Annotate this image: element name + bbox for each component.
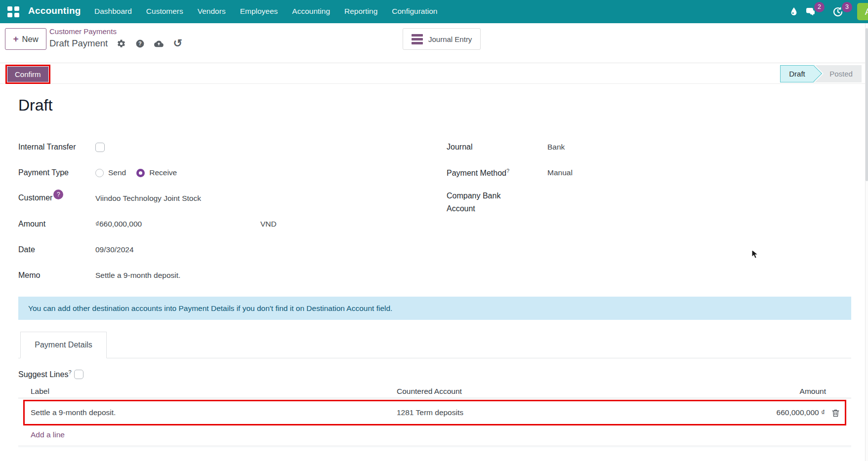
field-suggest-lines: Suggest Lines? bbox=[18, 369, 851, 379]
internal-transfer-checkbox[interactable] bbox=[95, 143, 105, 152]
form-right-column: Journal Bank Payment Method? Manual Comp… bbox=[447, 134, 851, 288]
receive-radio[interactable] bbox=[136, 169, 145, 177]
field-memo: Memo Settle a 9-month deposit. bbox=[18, 263, 428, 288]
field-journal: Journal Bank bbox=[447, 134, 851, 160]
send-label[interactable]: Send bbox=[108, 168, 126, 177]
field-payment-type: Payment Type Send Receive bbox=[18, 160, 428, 186]
apps-menu-icon[interactable] bbox=[7, 6, 19, 17]
form-statusbar: Confirm Draft Posted bbox=[0, 63, 868, 84]
menu-accounting[interactable]: Accounting bbox=[292, 7, 330, 16]
payment-method-value[interactable]: Manual bbox=[547, 168, 573, 177]
journal-entry-button[interactable]: Journal Entry bbox=[403, 28, 481, 50]
breadcrumb-parent[interactable]: Customer Payments bbox=[49, 26, 183, 37]
add-a-line-link[interactable]: Add a line bbox=[18, 430, 851, 439]
suggest-lines-label: Suggest Lines bbox=[18, 370, 68, 379]
drop-icon[interactable] bbox=[788, 6, 800, 18]
tab-payment-details[interactable]: Payment Details bbox=[20, 332, 107, 358]
field-customer: Customer? Viindoo Technology Joint Stock bbox=[18, 186, 428, 211]
scrollbar-thumb[interactable] bbox=[866, 28, 868, 181]
control-panel: + New Customer Payments Draft Payment ? … bbox=[0, 23, 868, 63]
currency-value[interactable]: VND bbox=[260, 220, 277, 229]
app-window: Accounting Dashboard Customers Vendors E… bbox=[0, 0, 868, 461]
receive-label[interactable]: Receive bbox=[149, 168, 177, 177]
messages-badge: 2 bbox=[814, 2, 825, 12]
customer-help-badge[interactable]: ? bbox=[53, 190, 63, 199]
customer-value[interactable]: Viindoo Technology Joint Stock bbox=[95, 194, 201, 203]
notebook-tabs: Payment Details bbox=[18, 332, 851, 358]
help-icon[interactable]: ? bbox=[135, 38, 145, 49]
menu-dashboard[interactable]: Dashboard bbox=[94, 7, 132, 16]
top-navbar: Accounting Dashboard Customers Vendors E… bbox=[0, 0, 868, 23]
gear-icon[interactable] bbox=[116, 38, 126, 49]
field-payment-method: Payment Method? Manual bbox=[447, 160, 851, 186]
cell-countered-account[interactable]: 1281 Term deposits bbox=[397, 408, 698, 417]
column-amount[interactable]: Amount bbox=[698, 387, 826, 396]
discard-icon[interactable]: ↺ bbox=[172, 38, 183, 49]
payment-method-help: ? bbox=[506, 168, 509, 174]
memo-input[interactable]: Settle a 9-month deposit. bbox=[95, 271, 180, 280]
journal-bars-icon bbox=[412, 34, 423, 44]
amount-input[interactable]: ₫660,000,000 bbox=[95, 220, 260, 229]
field-date: Date 09/30/2024 bbox=[18, 237, 428, 263]
menu-vendors[interactable]: Vendors bbox=[198, 7, 226, 16]
column-label[interactable]: Label bbox=[31, 387, 397, 396]
confirm-button[interactable]: Confirm bbox=[7, 67, 48, 82]
send-radio[interactable] bbox=[95, 169, 104, 177]
payment-method-label: Payment Method bbox=[447, 169, 506, 177]
page-title: Draft bbox=[18, 96, 851, 115]
suggest-lines-help: ? bbox=[68, 369, 71, 375]
activities-badge: 3 bbox=[842, 2, 852, 12]
main-menu: Dashboard Customers Vendors Employees Ac… bbox=[94, 7, 437, 16]
breadcrumb-current: Draft Payment bbox=[49, 38, 108, 49]
cell-label[interactable]: Settle a 9-month deposit. bbox=[31, 408, 397, 417]
field-amount: Amount ₫660,000,000 VND bbox=[18, 211, 428, 237]
date-label: Date bbox=[18, 245, 95, 254]
new-button-label: New bbox=[22, 35, 39, 44]
menu-configuration[interactable]: Configuration bbox=[392, 7, 437, 16]
svg-text:?: ? bbox=[139, 41, 142, 46]
new-button[interactable]: + New bbox=[5, 28, 46, 50]
menu-customers[interactable]: Customers bbox=[146, 7, 183, 16]
form-left-column: Internal Transfer Payment Type Send Rece… bbox=[18, 134, 428, 288]
amount-label: Amount bbox=[18, 220, 95, 229]
memo-label: Memo bbox=[18, 271, 95, 280]
app-title[interactable]: Accounting bbox=[28, 5, 81, 16]
confirm-highlight-box: Confirm bbox=[5, 65, 50, 84]
cell-amount[interactable]: 660,000,000 ₫ bbox=[698, 408, 826, 417]
plus-icon: + bbox=[13, 34, 18, 44]
state-widget: Draft Posted bbox=[780, 65, 862, 82]
info-banner: You can add other destination accounts i… bbox=[18, 297, 851, 320]
delete-row-icon[interactable] bbox=[826, 408, 845, 418]
column-countered-account[interactable]: Countered Account bbox=[397, 387, 698, 396]
user-avatar[interactable]: A bbox=[857, 3, 868, 20]
company-bank-account-label: Company Bank Account bbox=[447, 190, 505, 215]
internal-transfer-label: Internal Transfer bbox=[18, 143, 95, 152]
payment-type-label: Payment Type bbox=[18, 168, 95, 177]
date-input[interactable]: 09/30/2024 bbox=[95, 245, 134, 254]
scrollbar-track[interactable] bbox=[865, 23, 868, 461]
journal-entry-label: Journal Entry bbox=[428, 35, 472, 43]
menu-employees[interactable]: Employees bbox=[240, 7, 278, 16]
cloud-save-icon[interactable] bbox=[154, 38, 164, 49]
lines-table-header: Label Countered Account Amount bbox=[18, 387, 851, 398]
field-internal-transfer: Internal Transfer bbox=[18, 134, 428, 160]
journal-value[interactable]: Bank bbox=[547, 143, 565, 152]
form-sheet: Draft Internal Transfer Payment Type Sen… bbox=[0, 84, 868, 461]
journal-label: Journal bbox=[447, 143, 547, 152]
customer-label: Customer bbox=[18, 193, 52, 202]
field-company-bank-account: Company Bank Account bbox=[447, 186, 851, 215]
row-highlight-box: Settle a 9-month deposit. 1281 Term depo… bbox=[23, 400, 846, 425]
table-row: Settle a 9-month deposit. 1281 Term depo… bbox=[25, 401, 845, 424]
breadcrumb: Customer Payments Draft Payment ? ↺ bbox=[49, 26, 183, 49]
menu-reporting[interactable]: Reporting bbox=[344, 7, 377, 16]
list-bottom-border bbox=[18, 446, 851, 448]
suggest-lines-checkbox[interactable] bbox=[74, 370, 83, 379]
